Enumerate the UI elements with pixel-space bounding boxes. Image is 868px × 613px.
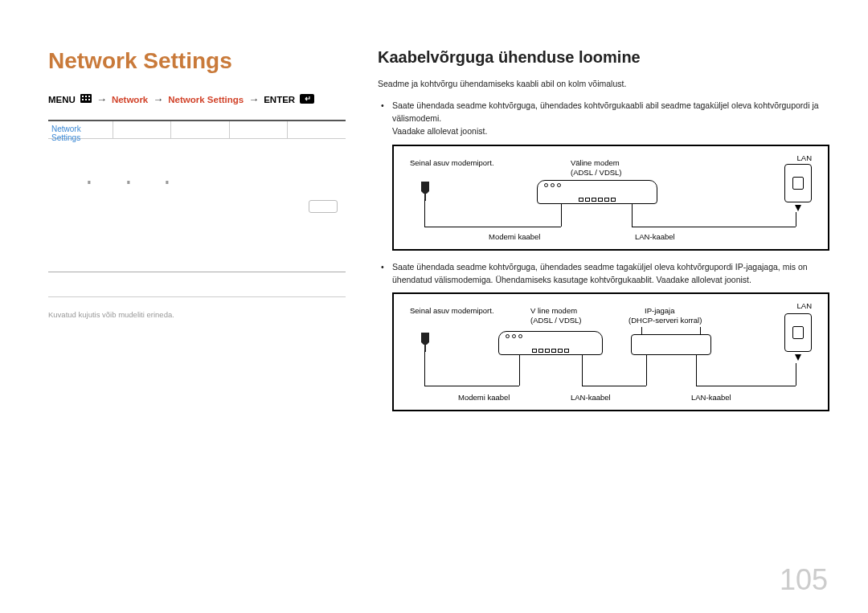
loading-dots-icon: ∎ ∎ ∎ bbox=[87, 178, 186, 186]
arrow-icon: → bbox=[153, 93, 163, 105]
cable bbox=[632, 227, 796, 227]
cable bbox=[582, 355, 583, 386]
arrow-icon: → bbox=[96, 93, 107, 105]
cable bbox=[561, 204, 562, 227]
panel-tab[interactable] bbox=[171, 121, 230, 138]
label-modem-cable: Modemi kaabel bbox=[489, 231, 540, 243]
cable bbox=[582, 386, 646, 386]
breadcrumb: MENU → Network → Network Settings → ENTE… bbox=[48, 93, 346, 105]
bullet-text: Vaadake allolevat joonist. bbox=[392, 126, 487, 136]
panel-tab[interactable] bbox=[288, 121, 346, 138]
cable bbox=[696, 386, 796, 386]
intro-text: Seadme ja kohtvõrgu ühendamiseks kaabli … bbox=[378, 78, 829, 91]
wiring-diagram-2: Seinal asuv modemiport. V line modem (AD… bbox=[392, 292, 829, 411]
router-icon bbox=[631, 334, 711, 355]
cable bbox=[796, 212, 796, 227]
label-wall-port: Seinal asuv modemiport. bbox=[410, 305, 494, 317]
modem-icon bbox=[498, 331, 603, 355]
bullet-item: Saate ühendada seadme kohtvõrguga, ühend… bbox=[392, 260, 829, 412]
panel-body: ∎ ∎ ∎ bbox=[48, 139, 346, 211]
label-lan-cable: LAN-kaabel bbox=[691, 392, 731, 404]
page-number: 105 bbox=[780, 563, 828, 597]
label-modem-cable: Modemi kaabel bbox=[458, 392, 510, 404]
cable bbox=[796, 363, 796, 386]
panel-button[interactable] bbox=[309, 200, 338, 213]
panel-tab[interactable] bbox=[230, 121, 289, 138]
settings-panel: Network Settings ∎ ∎ ∎ bbox=[48, 120, 346, 272]
cable bbox=[632, 204, 633, 227]
divider bbox=[48, 296, 346, 297]
plug-icon bbox=[418, 180, 432, 201]
panel-tab-active[interactable]: Network Settings bbox=[48, 121, 113, 138]
plug-icon bbox=[418, 331, 432, 352]
cable bbox=[424, 386, 519, 386]
arrow-icon: → bbox=[248, 93, 259, 105]
svg-rect-3 bbox=[88, 96, 90, 97]
wall-jack-icon bbox=[784, 164, 812, 202]
label-lan: LAN bbox=[797, 153, 812, 165]
svg-rect-1 bbox=[82, 96, 84, 97]
bullet-text: Saate ühendada seadme kohtvõrguga, ühend… bbox=[392, 262, 808, 284]
cable bbox=[424, 227, 561, 227]
label-lan-cable: LAN-kaabel bbox=[571, 392, 611, 404]
label-wall-port: Seinal asuv modemiport. bbox=[410, 157, 494, 170]
svg-rect-0 bbox=[80, 94, 92, 103]
cable bbox=[424, 350, 425, 386]
label-adsl: (ADSL / VDSL) bbox=[530, 315, 582, 327]
modem-icon bbox=[537, 180, 657, 204]
footnote: Kuvatud kujutis võib mudeliti erineda. bbox=[48, 310, 346, 319]
bullet-text: Saate ühendada seadme kohtvõrguga, ühend… bbox=[392, 100, 819, 123]
breadcrumb-enter: ENTER bbox=[264, 95, 295, 104]
cable bbox=[424, 199, 425, 227]
wall-jack-icon bbox=[784, 313, 812, 352]
panel-tab[interactable] bbox=[113, 121, 172, 138]
section-title: Kaabelvõrguga ühenduse loomine bbox=[378, 48, 829, 67]
menu-grid-icon bbox=[80, 94, 92, 104]
page-title: Network Settings bbox=[48, 48, 346, 74]
label-lan-cable: LAN-kaabel bbox=[635, 231, 675, 243]
enter-icon bbox=[300, 94, 314, 105]
panel-tabs: Network Settings bbox=[48, 121, 346, 139]
bullet-item: Saate ühendada seadme kohtvõrguga, ühend… bbox=[392, 99, 829, 251]
svg-rect-5 bbox=[85, 99, 87, 100]
svg-rect-4 bbox=[82, 99, 84, 100]
svg-rect-6 bbox=[88, 99, 90, 100]
cable bbox=[646, 355, 647, 386]
breadcrumb-network-settings: Network Settings bbox=[168, 95, 244, 104]
svg-rect-2 bbox=[85, 96, 87, 97]
wiring-diagram-1: Seinal asuv modemiport. Väline modem (AD… bbox=[392, 145, 829, 251]
cable bbox=[696, 355, 697, 386]
breadcrumb-network: Network bbox=[112, 95, 148, 104]
label-dhcp: (DHCP-serveri korral) bbox=[628, 315, 702, 327]
cable bbox=[519, 355, 520, 386]
label-adsl: (ADSL / VDSL) bbox=[571, 167, 622, 179]
breadcrumb-menu: MENU bbox=[48, 95, 76, 104]
label-lan: LAN bbox=[797, 300, 812, 313]
